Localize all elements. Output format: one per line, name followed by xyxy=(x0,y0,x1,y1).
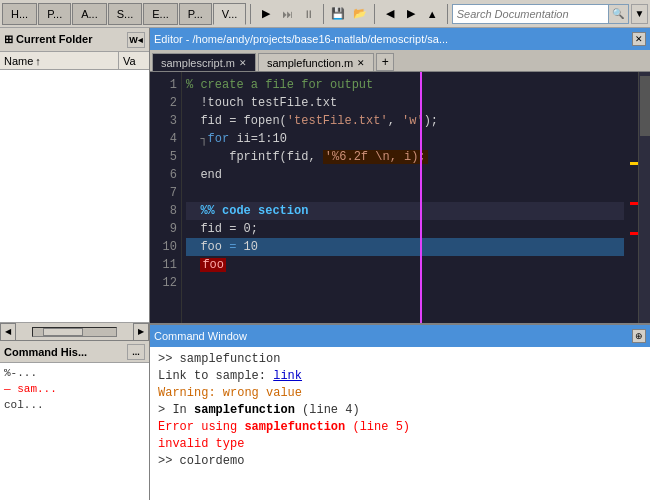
open-button[interactable]: 📂 xyxy=(349,3,370,25)
up-arrow[interactable]: ▲ xyxy=(422,3,443,25)
scrollbar-thumb[interactable] xyxy=(43,328,83,336)
code-editor[interactable]: 1 2 3 4 5 6 7 8 9 10 11 12 % create a fi… xyxy=(150,72,650,323)
command-window-expand[interactable]: ⊕ xyxy=(632,329,646,343)
code-line-12 xyxy=(186,274,624,292)
editor-title-bar: Editor - /home/andy/projects/base16-matl… xyxy=(150,28,650,50)
command-window-title: Command Window xyxy=(154,330,632,342)
tab-label-1: samplescript.m xyxy=(161,57,235,69)
marker-yellow-1 xyxy=(630,162,638,165)
file-list-area[interactable] xyxy=(0,70,149,322)
code-line-11: foo xyxy=(186,256,624,274)
command-window-content[interactable]: >> samplefunction Link to sample: link W… xyxy=(150,347,650,500)
toolbar-sep-2 xyxy=(323,4,324,24)
history-item-3[interactable]: col... xyxy=(4,397,145,413)
editor-scrollbar-thumb[interactable] xyxy=(640,76,650,136)
tab-close-2[interactable]: ✕ xyxy=(357,58,365,68)
tab-home[interactable]: H... xyxy=(2,3,37,25)
cmd-line-1: >> samplefunction xyxy=(158,351,642,368)
save-button[interactable]: 💾 xyxy=(328,3,349,25)
line-numbers: 1 2 3 4 5 6 7 8 9 10 11 12 xyxy=(150,72,182,323)
command-history-label: Command His... xyxy=(4,346,87,358)
tab-editor[interactable]: E... xyxy=(143,3,178,25)
code-line-9: fid = 0; xyxy=(186,220,624,238)
current-folder-header: ⊞ Current Folder W◂ xyxy=(0,28,149,52)
cmd-line-6: invalid type xyxy=(158,436,642,453)
marker-red-1 xyxy=(630,202,638,205)
search-input[interactable] xyxy=(453,5,608,23)
run-button[interactable]: ▶ xyxy=(255,3,276,25)
command-history-panel: Command His... ... %-... sam... col... xyxy=(0,340,149,500)
toolbar-sep-3 xyxy=(374,4,375,24)
editor-tab-add[interactable]: + xyxy=(376,53,394,71)
expand-icon: W◂ xyxy=(129,35,143,45)
tab-apps[interactable]: A... xyxy=(72,3,107,25)
scroll-left-btn[interactable]: ◀ xyxy=(0,323,16,341)
code-line-1: % create a file for output xyxy=(186,76,624,94)
editor-title: Editor - /home/andy/projects/base16-matl… xyxy=(154,33,628,45)
code-line-10: foo = 10 xyxy=(186,238,624,256)
scrollbar-track[interactable] xyxy=(32,327,117,337)
pause-button[interactable]: ⏸ xyxy=(298,3,319,25)
file-list-scrollbar: ◀ ▶ xyxy=(0,322,149,340)
command-history-header: Command His... ... xyxy=(0,341,149,363)
toolbar-tabs: H... P... A... S... E... P... V... xyxy=(2,3,246,25)
editor-markers xyxy=(628,72,638,323)
toolbar-sep-1 xyxy=(250,4,251,24)
editor-tab-samplescript[interactable]: samplescript.m ✕ xyxy=(152,53,256,71)
step-button[interactable]: ⏭ xyxy=(277,3,298,25)
code-line-5: fprintf(fid, '%6.2f \n, i); xyxy=(186,148,624,166)
sample-link[interactable]: link xyxy=(273,369,302,383)
right-arrow[interactable]: ▶ xyxy=(400,3,421,25)
code-line-4: ┐for ii=1:10 xyxy=(186,130,624,148)
code-line-8: %% code section xyxy=(186,202,624,220)
cmd-line-4: > In samplefunction (line 4) xyxy=(158,402,642,419)
scroll-right-btn[interactable]: ▶ xyxy=(133,323,149,341)
search-icon[interactable]: 🔍 xyxy=(608,5,628,23)
left-arrow[interactable]: ◀ xyxy=(379,3,400,25)
editor-area: Editor - /home/andy/projects/base16-matl… xyxy=(150,28,650,325)
cmd-line-3: Warning: wrong value xyxy=(158,385,642,402)
main-toolbar: H... P... A... S... E... P... V... ▶ ⏭ ⏸… xyxy=(0,0,650,28)
toolbar-sep-4 xyxy=(447,4,448,24)
command-window-header: Command Window ⊕ xyxy=(150,325,650,347)
left-panel: ⊞ Current Folder W◂ Name ↑ Va ◀ ▶ xyxy=(0,28,150,500)
command-history-content: %-... sam... col... xyxy=(0,363,149,500)
command-window: Command Window ⊕ >> samplefunction Link … xyxy=(150,325,650,500)
cmd-line-5: Error using samplefunction (line 5) xyxy=(158,419,642,436)
history-item-2[interactable]: sam... xyxy=(4,381,145,397)
tab-s[interactable]: S... xyxy=(108,3,143,25)
tab-plots[interactable]: P... xyxy=(38,3,71,25)
search-box: 🔍 xyxy=(452,4,629,24)
code-line-2: !touch testFile.txt xyxy=(186,94,624,112)
current-folder-label: ⊞ Current Folder xyxy=(4,33,92,46)
editor-scrollbar[interactable] xyxy=(638,72,650,323)
tab-label-2: samplefunction.m xyxy=(267,57,353,69)
tab-publish[interactable]: P... xyxy=(179,3,212,25)
name-column-header[interactable]: Name ↑ xyxy=(0,52,119,69)
editor-tab-samplefunction[interactable]: samplefunction.m ✕ xyxy=(258,53,374,71)
code-line-7 xyxy=(186,184,624,202)
marker-red-2 xyxy=(630,232,638,235)
filter-button[interactable]: ▼ xyxy=(631,4,648,24)
current-folder-expand[interactable]: W◂ xyxy=(127,32,145,48)
code-line-6: end xyxy=(186,166,624,184)
editor-tabs: samplescript.m ✕ samplefunction.m ✕ + xyxy=(150,50,650,72)
cmd-line-7: >> colordemo xyxy=(158,453,642,470)
code-content: % create a file for output !touch testFi… xyxy=(182,72,628,323)
cmd-line-2: Link to sample: link xyxy=(158,368,642,385)
editor-close-btn[interactable]: ✕ xyxy=(632,32,646,46)
value-column-header[interactable]: Va xyxy=(119,52,149,69)
main-area: ⊞ Current Folder W◂ Name ↑ Va ◀ ▶ xyxy=(0,28,650,500)
tab-close-1[interactable]: ✕ xyxy=(239,58,247,68)
code-line-3: fid = fopen('testFile.txt', 'w'); xyxy=(186,112,624,130)
tab-view[interactable]: V... xyxy=(213,3,247,25)
sort-arrow: ↑ xyxy=(35,55,41,67)
right-panel: Editor - /home/andy/projects/base16-matl… xyxy=(150,28,650,500)
history-item-1[interactable]: %-... xyxy=(4,365,145,381)
file-list-header: Name ↑ Va xyxy=(0,52,149,70)
command-history-expand[interactable]: ... xyxy=(127,344,145,360)
